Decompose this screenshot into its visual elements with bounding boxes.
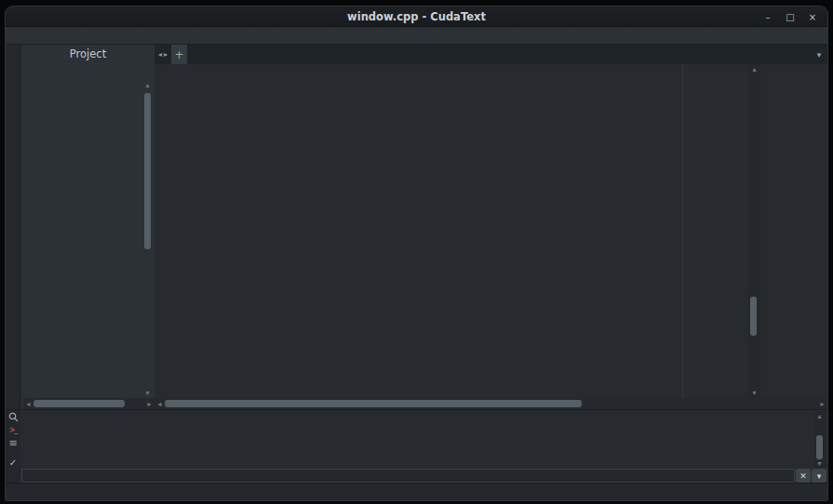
window-title: window.cpp - CudaText (347, 10, 486, 23)
activity-bar (6, 45, 20, 409)
terminal-icon[interactable]: >_ (7, 424, 20, 436)
tab-scroll-left-icon[interactable]: ◂ (158, 50, 162, 59)
editor-horizontal-scrollbar[interactable]: ◂ ▸ (155, 398, 827, 409)
console-input[interactable] (21, 469, 795, 483)
scrollbar-thumb[interactable] (165, 400, 582, 407)
scroll-left-icon[interactable]: ◂ (23, 399, 34, 409)
new-tab-button[interactable]: + (171, 45, 187, 64)
tree-vertical-scrollbar[interactable]: ▴ ▾ (142, 80, 153, 398)
tree-horizontal-scrollbar[interactable]: ◂ ▸ (23, 398, 155, 409)
minimize-button[interactable]: – (759, 9, 777, 24)
code-editor[interactable] (155, 64, 750, 398)
scrollbar-thumb[interactable] (144, 93, 151, 249)
scroll-up-icon[interactable]: ▴ (749, 64, 759, 74)
scrollbar-thumb[interactable] (34, 400, 125, 407)
maximize-button[interactable]: □ (781, 9, 799, 24)
main-area: Project ▴ ▾ ◂ ▸ ◂ ▸ (6, 45, 827, 409)
console-vertical-scrollbar[interactable]: ▴ ▾ (814, 411, 826, 469)
validate-check-icon[interactable]: ✓ (7, 457, 20, 469)
scroll-right-icon[interactable]: ▸ (817, 399, 827, 409)
scroll-right-icon[interactable]: ▸ (144, 399, 155, 409)
console-log[interactable] (24, 412, 813, 470)
output-list-icon[interactable]: ≡ (7, 437, 20, 449)
tab-scroll-arrows[interactable]: ◂ ▸ (155, 45, 171, 64)
scroll-down-icon[interactable]: ▾ (814, 458, 825, 469)
console-history-dropdown-icon[interactable]: ▾ (812, 469, 826, 483)
status-bar (6, 483, 827, 500)
scroll-left-icon[interactable]: ◂ (155, 399, 165, 409)
tab-list-dropdown-icon[interactable]: ▾ (811, 45, 827, 64)
project-panel-title: Project (21, 45, 155, 62)
scroll-up-icon[interactable]: ▴ (814, 411, 825, 421)
tab-bar: ◂ ▸ + ▾ (155, 45, 827, 64)
scroll-down-icon[interactable]: ▾ (142, 388, 153, 398)
title-bar[interactable]: window.cpp - CudaText –□× (6, 7, 827, 27)
minimap[interactable] (682, 64, 748, 398)
scroll-up-icon[interactable]: ▴ (142, 80, 153, 90)
console-clear-button[interactable]: ✕ (796, 469, 811, 483)
file-tree (21, 78, 155, 398)
editor-column: ◂ ▸ + ▾ ▴ ▾ ◂ (155, 45, 827, 409)
menu-bar (6, 27, 827, 45)
console-input-row: ✕ ▾ (21, 469, 826, 483)
editor-vertical-scrollbar[interactable]: ▴ ▾ (748, 64, 760, 398)
project-panel: Project ▴ ▾ ◂ ▸ (21, 45, 155, 409)
window-controls: –□× (759, 7, 822, 27)
scrollbar-thumb[interactable] (750, 297, 757, 336)
desktop-frame: window.cpp - CudaText –□× Project ▴ ▾ ◂ … (0, 0, 833, 504)
console-panel: >_ ≡ ✓ ▴ ▾ ✕ ▾ (6, 409, 827, 484)
search-icon[interactable] (7, 411, 20, 423)
tab-scroll-right-icon[interactable]: ▸ (164, 50, 168, 59)
scroll-down-icon[interactable]: ▾ (749, 388, 759, 398)
project-toolbar (21, 62, 155, 78)
console-sidebar: >_ ≡ ✓ (6, 410, 20, 484)
scrollbar-thumb[interactable] (816, 435, 823, 459)
close-button[interactable]: × (803, 9, 822, 24)
app-window: window.cpp - CudaText –□× Project ▴ ▾ ◂ … (5, 6, 828, 501)
